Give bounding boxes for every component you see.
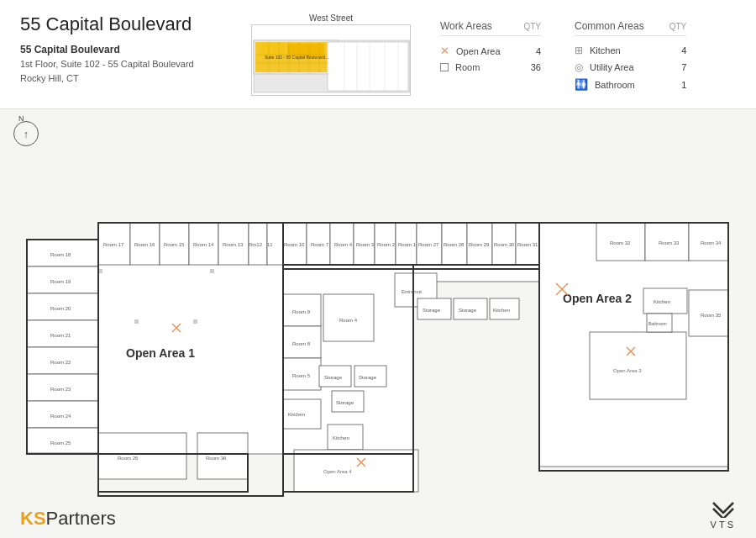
- floor-plan-thumbnail: West Street Capital Boulevard: [247, 13, 415, 98]
- utility-item: ◎ Utility Area 7: [575, 61, 686, 73]
- svg-text:Kitchen: Kitchen: [493, 308, 510, 313]
- svg-text:Room 4: Room 4: [339, 318, 358, 323]
- svg-text:Room 2: Room 2: [377, 242, 396, 247]
- top-panel: 55 Capital Boulevard 55 Capital Boulevar…: [0, 0, 756, 109]
- svg-text:Storage: Storage: [336, 400, 354, 405]
- floor-plan-svg: .room-label { font-family: Arial, sans-s…: [25, 139, 731, 500]
- work-areas-title: Work Areas QTY: [440, 20, 541, 36]
- thumbnail-canvas: Suite 102 - 55 Capital Boulevard...: [251, 24, 411, 96]
- street-label: West Street: [309, 13, 353, 23]
- svg-text:Rm12: Rm12: [249, 242, 263, 247]
- kitchen-item: ⊞ Kitchen 4: [575, 45, 686, 56]
- kitchen-icon: ⊞: [575, 45, 583, 56]
- svg-rect-58: [210, 269, 214, 273]
- brand-partners: Partners: [46, 508, 116, 529]
- svg-text:Open Area 1: Open Area 1: [126, 346, 195, 360]
- svg-text:Room 36: Room 36: [206, 456, 227, 461]
- svg-rect-13: [328, 42, 408, 91]
- open-area-icon: ✕: [440, 45, 449, 57]
- svg-text:Room 29: Room 29: [469, 242, 490, 247]
- svg-text:Room 8: Room 8: [292, 341, 311, 346]
- common-areas-section: Common Areas QTY ⊞ Kitchen 4 ◎ Utility A…: [575, 20, 686, 96]
- work-areas-section: Work Areas QTY ✕ Open Area 4 Room 36: [440, 20, 541, 96]
- svg-text:Suite 102 - 55 Capital Bouleva: Suite 102 - 55 Capital Boulevard...: [265, 55, 328, 60]
- svg-text:Room 3: Room 3: [356, 242, 375, 247]
- svg-text:Storage: Storage: [359, 375, 377, 380]
- brand-right: VTS: [711, 499, 736, 530]
- svg-text:Room 34: Room 34: [701, 240, 722, 245]
- svg-text:Room 27: Room 27: [418, 242, 439, 247]
- svg-text:11: 11: [267, 242, 273, 247]
- svg-text:Storage: Storage: [423, 308, 441, 313]
- svg-text:Open Area 3: Open Area 3: [613, 368, 642, 373]
- main-floor-plan-area: N ↑ .room-label { font-family: Arial, sa…: [0, 109, 756, 538]
- room-item: Room 36: [440, 62, 541, 72]
- svg-text:Room 22: Room 22: [50, 360, 71, 365]
- vts-logo: VTS: [711, 499, 736, 530]
- room-icon: [440, 63, 449, 71]
- svg-text:Open Area 4: Open Area 4: [323, 469, 352, 474]
- property-title: 55 Capital Boulevard: [20, 13, 239, 35]
- svg-text:Room 33: Room 33: [659, 240, 680, 245]
- svg-text:Room 15: Room 15: [164, 242, 185, 247]
- svg-text:Room 5: Room 5: [292, 373, 311, 378]
- svg-text:Room 18: Room 18: [50, 252, 71, 257]
- svg-text:Room 28: Room 28: [444, 242, 465, 247]
- svg-rect-129: [590, 332, 686, 399]
- svg-text:Room 31: Room 31: [517, 242, 538, 247]
- svg-text:Kitchen: Kitchen: [654, 299, 670, 304]
- open-area-item: ✕ Open Area 4: [440, 45, 541, 57]
- svg-text:Room 26: Room 26: [118, 456, 139, 461]
- svg-text:Room 25: Room 25: [50, 440, 71, 446]
- svg-text:Room 7: Room 7: [311, 242, 329, 247]
- bathroom-icon: 🚻: [575, 78, 588, 91]
- svg-text:Room 30: Room 30: [494, 242, 515, 247]
- svg-text:Storage: Storage: [324, 375, 343, 380]
- svg-rect-107: [294, 450, 418, 492]
- brand-left: KSPartners: [20, 508, 116, 530]
- svg-text:Room 10: Room 10: [284, 242, 305, 247]
- svg-text:Room 17: Room 17: [103, 242, 124, 247]
- svg-text:Room 20: Room 20: [50, 306, 71, 311]
- legend-area: Work Areas QTY ✕ Open Area 4 Room 36 Com…: [415, 13, 736, 96]
- svg-rect-59: [98, 433, 186, 479]
- svg-text:Room 23: Room 23: [50, 387, 71, 392]
- common-areas-title: Common Areas QTY: [575, 20, 686, 36]
- svg-text:Kitchen: Kitchen: [288, 412, 305, 417]
- svg-text:Entrance: Entrance: [402, 289, 423, 294]
- svg-text:Room 4: Room 4: [334, 242, 353, 247]
- svg-text:Room 35: Room 35: [701, 313, 722, 318]
- svg-text:Room 13: Room 13: [223, 242, 244, 247]
- brand-ks: KS: [20, 508, 46, 529]
- property-name: 55 Capital Boulevard: [20, 44, 239, 55]
- svg-text:Room 9: Room 9: [292, 309, 311, 314]
- property-address: 1st Floor, Suite 102 - 55 Capital Boulev…: [20, 57, 239, 85]
- utility-icon: ◎: [575, 61, 583, 73]
- svg-text:Open Area 2: Open Area 2: [563, 292, 632, 305]
- svg-text:Storage: Storage: [459, 308, 477, 313]
- svg-text:Room 19: Room 19: [50, 279, 71, 284]
- svg-text:Bathroom: Bathroom: [648, 321, 667, 326]
- bathroom-item: 🚻 Bathroom 1: [575, 78, 686, 91]
- svg-rect-56: [193, 319, 197, 324]
- svg-text:Room 16: Room 16: [134, 242, 155, 247]
- svg-text:Room 32: Room 32: [610, 240, 631, 245]
- svg-text:Kitchen: Kitchen: [333, 435, 349, 440]
- svg-text:Room 14: Room 14: [193, 242, 214, 247]
- svg-rect-55: [134, 319, 139, 324]
- svg-text:Room 1: Room 1: [398, 242, 417, 247]
- thumbnail-svg: Suite 102 - 55 Capital Boulevard...: [252, 25, 411, 96]
- vts-icon: [711, 499, 735, 518]
- property-info: 55 Capital Boulevard 55 Capital Boulevar…: [20, 13, 239, 85]
- svg-text:Room 21: Room 21: [50, 333, 71, 338]
- vts-text: VTS: [711, 520, 736, 530]
- svg-text:Room 24: Room 24: [50, 414, 71, 419]
